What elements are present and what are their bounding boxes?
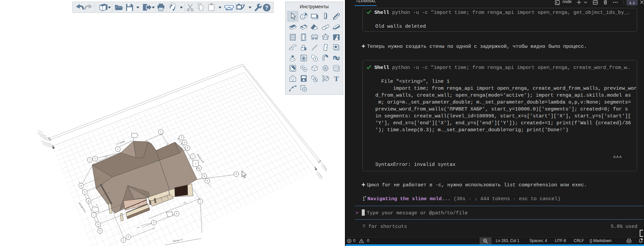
svg-text:в: в	[97, 223, 99, 225]
svg-text:5: 5	[236, 173, 237, 175]
svg-text:T: T	[334, 75, 339, 83]
svg-text:100: 100	[136, 226, 140, 229]
svg-text:е: е	[84, 191, 85, 193]
svg-text:2: 2	[94, 157, 96, 160]
svg-text:2: 2	[128, 236, 129, 238]
svg-text:1: 1	[160, 131, 161, 133]
svg-text:б: б	[187, 147, 188, 149]
svg-text:Фасад Ж-А: Фасад Ж-А	[78, 202, 86, 213]
svg-text:б: б	[181, 136, 182, 138]
svg-text:1-5 этажи: 1-5 этажи	[116, 140, 125, 145]
svg-text:300: 300	[104, 155, 108, 158]
svg-text:1: 1	[200, 200, 201, 202]
svg-text:с: с	[117, 148, 119, 150]
svg-text:1: 1	[123, 239, 124, 241]
svg-text:и: и	[207, 179, 208, 182]
svg-text:CIP VISION: CIP VISION	[226, 9, 232, 10]
svg-text:100: 100	[183, 201, 186, 204]
svg-text:3: 3	[153, 221, 154, 224]
svg-text:б: б	[99, 230, 101, 232]
svg-text:1: 1	[89, 159, 90, 161]
svg-text:д: д	[198, 167, 200, 169]
svg-text:ж: ж	[204, 175, 205, 177]
svg-text:г: г	[192, 155, 193, 157]
svg-text:997: 997	[95, 203, 99, 207]
svg-text:1: 1	[195, 162, 197, 165]
svg-text:4: 4	[176, 212, 177, 215]
svg-text:в: в	[184, 141, 185, 143]
svg-text:ж: ж	[81, 184, 82, 187]
svg-text:A: A	[302, 15, 304, 19]
svg-text:?: ?	[265, 5, 268, 11]
svg-text:г: г	[93, 214, 94, 216]
svg-text:д: д	[88, 200, 89, 202]
